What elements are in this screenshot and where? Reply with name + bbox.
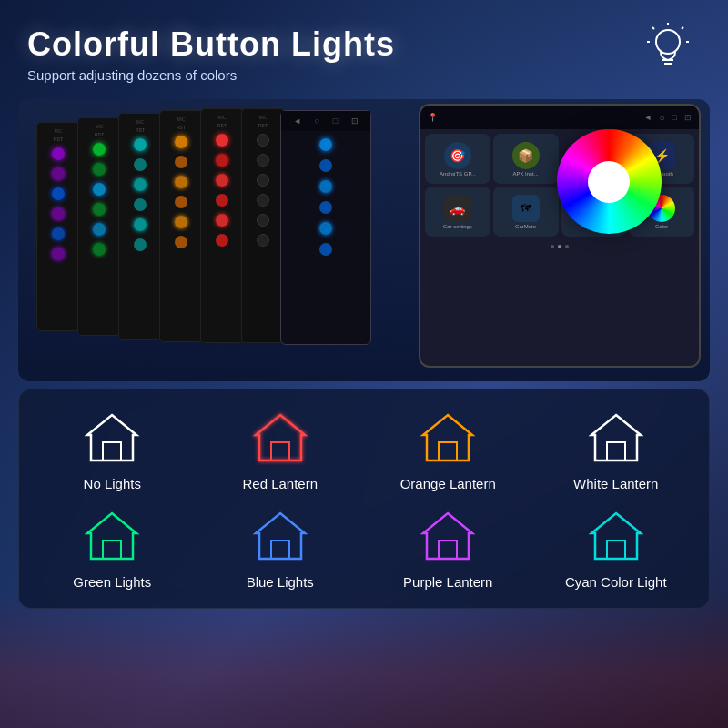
light-item-green-lights[interactable]: Green Lights: [39, 506, 185, 590]
main-side-tablet: ◄ ○ □ ⊡: [280, 110, 371, 345]
label-white-lantern: White Lantern: [573, 476, 658, 491]
light-item-purple-lantern[interactable]: Purple Lantern: [375, 506, 521, 590]
lights-panel: No Lights Red Lantern Orange Lantern: [18, 389, 710, 609]
light-item-red-lantern[interactable]: Red Lantern: [207, 408, 353, 491]
app-gps[interactable]: 🎯 AndroiTS GP...: [425, 134, 490, 184]
label-purple-lantern: Purple Lantern: [403, 574, 492, 590]
lights-row-1: No Lights Red Lantern Orange Lantern: [28, 408, 700, 491]
svg-line-5: [682, 27, 683, 29]
house-icon-purple-lantern: [416, 506, 480, 565]
car-background: [0, 592, 728, 728]
tablet-stack-5: MIC RST: [200, 108, 244, 343]
tablet-stack-6: MIC RST: [241, 108, 285, 343]
light-item-orange-lantern[interactable]: Orange Lantern: [375, 408, 521, 491]
app-apk[interactable]: 📦 APK Inst...: [493, 134, 559, 184]
label-no-lights: No Lights: [84, 476, 141, 491]
main-tablet: 📍 ◄ ○ □ ⊡ 🎯 AndroiTS GP... 📦 APK Inst...: [419, 104, 701, 368]
tablets-stack: MIC RST MIC RST: [36, 108, 373, 372]
tablet-stack-2: MIC RST: [77, 117, 121, 336]
house-icon-red-lantern: [248, 408, 312, 467]
main-container: Colorful Button Lights Support adjusting…: [0, 0, 728, 728]
label-red-lantern: Red Lantern: [242, 476, 318, 491]
header: Colorful Button Lights Support adjusting…: [0, 0, 728, 90]
svg-rect-14: [439, 541, 457, 559]
svg-rect-15: [607, 541, 625, 559]
lights-row-2: Green Lights Blue Lights Purple Lantern: [28, 506, 700, 590]
label-green-lights: Green Lights: [73, 574, 151, 590]
svg-rect-10: [439, 442, 457, 460]
label-orange-lantern: Orange Lantern: [400, 476, 496, 491]
tablet-stack-3: MIC RST: [118, 113, 162, 340]
label-blue-lights: Blue Lights: [247, 574, 314, 590]
svg-rect-11: [607, 442, 625, 460]
svg-rect-8: [103, 442, 121, 460]
app-carmate[interactable]: 🗺 CarMate: [493, 187, 559, 237]
page-title: Colorful Button Lights: [27, 25, 701, 64]
bulb-icon: [641, 22, 695, 76]
device-section: MIC RST MIC RST: [18, 99, 710, 381]
tablet-stack-4: MIC RST: [159, 110, 203, 342]
house-icon-cyan-light: [584, 506, 648, 565]
svg-point-0: [656, 30, 680, 54]
house-icon-white-lantern: [584, 408, 648, 467]
house-icon-orange-lantern: [416, 408, 480, 467]
house-icon-no-lights: [80, 408, 144, 467]
svg-rect-13: [271, 541, 289, 559]
svg-rect-12: [103, 541, 121, 559]
light-item-white-lantern[interactable]: White Lantern: [543, 408, 689, 491]
svg-rect-9: [271, 442, 289, 460]
app-car-settings[interactable]: 🚗 Car settings: [425, 187, 490, 237]
light-item-cyan-light[interactable]: Cyan Color Light: [543, 506, 689, 590]
house-icon-green-lights: [80, 506, 144, 565]
tablet-stack-1: MIC RST: [36, 122, 80, 331]
page-subtitle: Support adjusting dozens of colors: [27, 67, 701, 83]
svg-line-4: [652, 27, 654, 29]
light-item-blue-lights[interactable]: Blue Lights: [207, 506, 353, 590]
label-cyan-light: Cyan Color Light: [565, 574, 667, 590]
light-item-no-lights[interactable]: No Lights: [39, 408, 185, 491]
color-wheel-cell[interactable]: [561, 134, 627, 184]
house-icon-blue-lights: [248, 506, 312, 565]
